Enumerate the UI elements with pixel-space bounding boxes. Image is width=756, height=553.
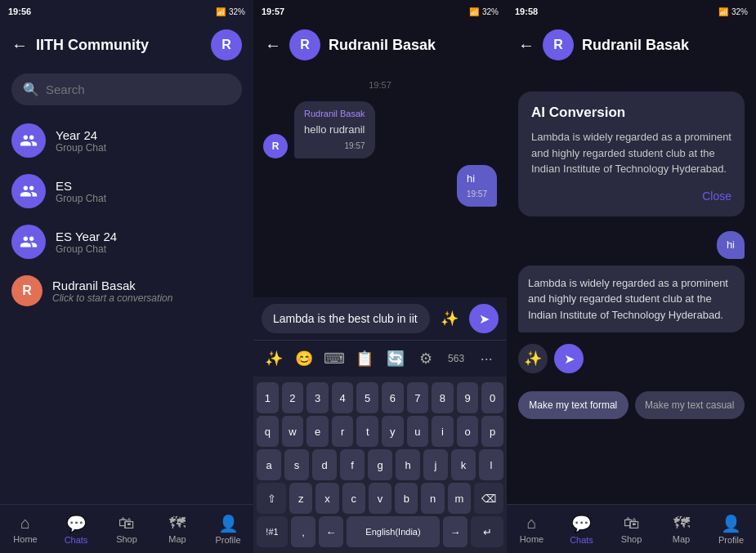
kb-magic-icon[interactable]: ✨ [262, 346, 285, 372]
key-g[interactable]: g [368, 449, 392, 480]
formal-button[interactable]: Make my text formal [518, 391, 629, 419]
avatar-2[interactable]: R [289, 29, 320, 60]
message-input[interactable] [262, 304, 430, 333]
key-a[interactable]: a [257, 449, 281, 480]
kb-number-icon[interactable]: 563 [445, 346, 468, 372]
panel-chat-list: 19:56 📶 32% ← IITH Community R 🔍 Year 24… [0, 0, 253, 553]
key-backspace[interactable]: ⌫ [474, 483, 503, 514]
key-h[interactable]: h [396, 449, 420, 480]
key-comma[interactable]: , [291, 516, 315, 547]
key-enter[interactable]: ↵ [471, 516, 503, 547]
kb-settings-icon[interactable]: ⚙ [414, 346, 437, 372]
kb-emoji-icon[interactable]: 😊 [292, 346, 315, 372]
chat-info: Rudranil Basak Click to start a conversa… [52, 279, 172, 304]
timestamp: 19:57 [263, 80, 497, 90]
send-button[interactable]: ➤ [469, 304, 499, 333]
panel2-header: ← R Rudranil Basak [253, 23, 507, 67]
key-e[interactable]: e [306, 416, 329, 447]
nav-shop-1[interactable]: 🛍 Shop [101, 514, 152, 544]
key-w[interactable]: w [282, 416, 304, 447]
key-right-arrow[interactable]: → [443, 516, 467, 547]
key-3[interactable]: 3 [306, 382, 329, 413]
back-icon-1[interactable]: ← [11, 36, 28, 55]
casual-button[interactable]: Make my text casual [635, 391, 745, 419]
key-space[interactable]: English(India) [347, 516, 440, 547]
nav-label: Chats [65, 535, 88, 545]
people-icon [20, 233, 38, 251]
key-p[interactable]: p [481, 416, 503, 447]
key-t[interactable]: t [356, 416, 378, 447]
key-8[interactable]: 8 [432, 382, 454, 413]
avatar-1[interactable]: R [211, 29, 242, 60]
key-r[interactable]: r [332, 416, 354, 447]
kb-translate-icon[interactable]: 🔄 [383, 346, 407, 372]
nav-home-3[interactable]: ⌂ Home [507, 514, 557, 544]
list-item[interactable]: Year 24 Group Chat [0, 115, 253, 166]
key-d[interactable]: d [312, 449, 337, 480]
kb-keyboard-icon[interactable]: ⌨ [323, 346, 347, 372]
key-c[interactable]: c [342, 483, 365, 514]
sent-bubble: hi 19:57 [457, 165, 497, 207]
nav-profile-1[interactable]: 👤 Profile [203, 514, 253, 545]
nav-label: Map [673, 534, 690, 544]
key-z[interactable]: z [289, 483, 312, 514]
list-item[interactable]: ES Year 24 Group Chat [0, 216, 253, 267]
map-icon: 🗺 [673, 514, 690, 533]
key-u[interactable]: u [407, 416, 429, 447]
people-icon [20, 182, 38, 200]
key-q[interactable]: q [257, 416, 279, 447]
key-6[interactable]: 6 [382, 382, 404, 413]
key-o[interactable]: o [457, 416, 479, 447]
key-4[interactable]: 4 [332, 382, 354, 413]
list-item[interactable]: R Rudranil Basak Click to start a conver… [0, 267, 253, 314]
nav-chats-1[interactable]: 💬 Chats [51, 514, 101, 545]
nav-home-1[interactable]: ⌂ Home [0, 514, 51, 544]
ai-send-icon[interactable]: ➤ [554, 344, 584, 373]
list-item[interactable]: ES Group Chat [0, 166, 253, 216]
nav-map-3[interactable]: 🗺 Map [656, 514, 706, 544]
shop-icon: 🛍 [624, 514, 640, 533]
key-l[interactable]: l [479, 449, 503, 480]
search-bar[interactable]: 🔍 [11, 74, 242, 105]
key-symbols[interactable]: !#1 [257, 516, 288, 547]
key-left-arrow[interactable]: ← [319, 516, 343, 547]
panel3-msg-area: AI Conversion Lambda is widely regarded … [507, 67, 756, 504]
key-x[interactable]: x [315, 483, 338, 514]
kb-clipboard-icon[interactable]: 📋 [353, 346, 377, 372]
nav-chats-3[interactable]: 💬 Chats [557, 514, 606, 545]
key-n[interactable]: n [421, 483, 444, 514]
key-m[interactable]: m [448, 483, 471, 514]
kb-more-icon[interactable]: ··· [475, 346, 499, 372]
key-7[interactable]: 7 [407, 382, 429, 413]
key-k[interactable]: k [451, 449, 476, 480]
key-j[interactable]: j [423, 449, 448, 480]
key-1[interactable]: 1 [257, 382, 279, 413]
sent-hi-row: hi [507, 231, 756, 259]
ai-card: AI Conversion Lambda is widely regarded … [518, 91, 745, 216]
back-icon-2[interactable]: ← [265, 36, 281, 55]
close-button[interactable]: Close [702, 190, 731, 203]
nav-shop-3[interactable]: 🛍 Shop [606, 514, 656, 544]
key-shift[interactable]: ⇧ [257, 483, 286, 514]
key-2[interactable]: 2 [282, 382, 304, 413]
back-icon-3[interactable]: ← [518, 36, 535, 55]
message-area: 19:57 R Rudranil Basak hello rudranil 19… [253, 67, 507, 297]
avatar-3[interactable]: R [543, 29, 574, 60]
nav-profile-3[interactable]: 👤 Profile [706, 514, 756, 545]
key-i[interactable]: i [432, 416, 454, 447]
key-b[interactable]: b [395, 483, 418, 514]
chat-sub: Group Chat [56, 243, 117, 255]
search-input[interactable] [46, 83, 230, 96]
ai-sparkle-icon[interactable]: ✨ [518, 344, 548, 373]
key-0[interactable]: 0 [481, 382, 503, 413]
sparkle-button[interactable]: ✨ [435, 304, 464, 333]
key-5[interactable]: 5 [356, 382, 378, 413]
key-v[interactable]: v [369, 483, 391, 514]
home-icon: ⌂ [526, 514, 536, 533]
key-9[interactable]: 9 [457, 382, 479, 413]
key-y[interactable]: y [382, 416, 404, 447]
chat-name: Rudranil Basak [52, 279, 172, 292]
nav-map-1[interactable]: 🗺 Map [152, 514, 203, 544]
key-f[interactable]: f [340, 449, 365, 480]
key-s[interactable]: s [284, 449, 309, 480]
